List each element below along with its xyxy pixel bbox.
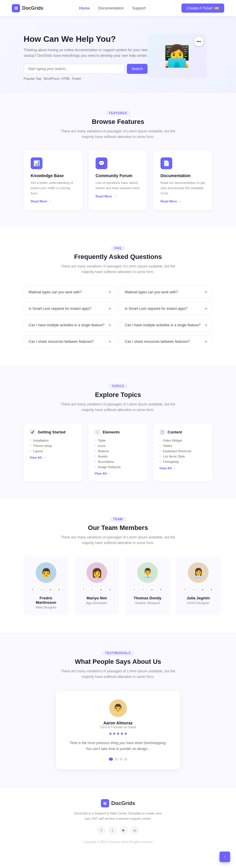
footer-social-twitter[interactable]: t bbox=[108, 826, 116, 834]
team-title: Our Team Members bbox=[24, 524, 212, 532]
doc-icon-co-5: □ bbox=[159, 460, 161, 463]
testimonials-badge: TESTIMONIALS bbox=[102, 651, 134, 656]
topics-badge-container: TOPICS bbox=[24, 383, 212, 388]
view-all-getting-started[interactable]: View All → bbox=[29, 456, 77, 459]
arrow-icon: → bbox=[48, 199, 52, 203]
topics-section: TOPICS Explore Topics There are many var… bbox=[0, 366, 236, 499]
faq-item-7[interactable]: Can I share resources between features? … bbox=[24, 335, 116, 348]
social-twitter-2[interactable]: t bbox=[89, 586, 96, 593]
faq-item-2[interactable]: Material types can you work with? + bbox=[120, 286, 212, 299]
dot-4[interactable] bbox=[124, 758, 127, 761]
faq-title: Frequently Asked Questions bbox=[24, 253, 212, 261]
social-other-3[interactable]: © bbox=[158, 586, 164, 593]
doc-icon-co-2: □ bbox=[159, 444, 161, 447]
nav-documentation[interactable]: Documentation bbox=[98, 6, 124, 10]
testimonial-text: Time is the most precious thing you have… bbox=[68, 740, 168, 752]
footer-social-youtube[interactable]: ▶ bbox=[120, 826, 128, 834]
footer-logo-text: DocGrids bbox=[111, 800, 135, 806]
social-facebook-4[interactable]: f bbox=[182, 586, 188, 593]
doc-icon-2: □ bbox=[29, 444, 31, 447]
tag-html[interactable]: HTML bbox=[61, 77, 70, 80]
faq-expand-icon-4: + bbox=[205, 306, 207, 311]
testimonial-name: Aaron Almuraz bbox=[68, 721, 168, 725]
nav-support[interactable]: Support bbox=[132, 6, 146, 10]
hero-description: Thinking about having an online document… bbox=[24, 48, 148, 59]
member-name-4: Julia Jegmin bbox=[182, 596, 215, 600]
faq-item-1[interactable]: Material types can you work with? + bbox=[24, 286, 116, 299]
hero-section: How Can We Help You? Thinking about havi… bbox=[0, 16, 236, 93]
testimonial-card: 👨 Aaron Almuraz CEO & Founder at David ★… bbox=[56, 690, 180, 770]
member-role-2: App Developer bbox=[80, 601, 113, 604]
social-linkedin-2[interactable]: in bbox=[98, 586, 104, 593]
topic-item-2-2: □ Icons bbox=[95, 444, 141, 447]
avatar-thomas: 👨‍💼 bbox=[137, 562, 158, 583]
faq-item-5[interactable]: Can I have multiple activities in a sing… bbox=[24, 319, 116, 332]
topic-item-3-3: □ Keyboard Shortcuts bbox=[159, 449, 207, 453]
footer-logo: ⊞ DocGrids bbox=[24, 799, 212, 807]
arrow-icon-2: → bbox=[113, 194, 116, 198]
social-facebook-3[interactable]: f bbox=[131, 586, 137, 593]
social-other-1[interactable]: © bbox=[56, 586, 62, 593]
social-other-4[interactable]: © bbox=[208, 586, 215, 593]
social-linkedin-4[interactable]: in bbox=[200, 586, 206, 593]
social-linkedin-1[interactable]: in bbox=[47, 586, 54, 593]
social-twitter-1[interactable]: t bbox=[38, 586, 45, 593]
faq-section: FAQ Frequently Asked Questions There are… bbox=[0, 228, 236, 366]
create-ticket-button[interactable]: Create A Ticket 🎫 bbox=[181, 3, 224, 13]
topic-item-2-5: □ Accordions bbox=[95, 460, 141, 463]
hero-image: 👩‍💻 ••• bbox=[148, 34, 207, 78]
topic-header-2: ⚡ Elements bbox=[95, 429, 141, 435]
dot-1[interactable] bbox=[109, 758, 113, 761]
tag-wordpress[interactable]: WordPress bbox=[44, 77, 59, 80]
faq-expand-icon-7: + bbox=[109, 339, 111, 344]
topic-item-1-1: □ Installation bbox=[29, 439, 77, 442]
search-input[interactable] bbox=[24, 64, 125, 74]
features-section: FEATURES Browse Features There are many … bbox=[0, 93, 236, 228]
faq-item-3[interactable]: Is Smart Lock required for instant apps?… bbox=[24, 302, 116, 315]
doc-icon-1: □ bbox=[29, 439, 31, 442]
feature-documentation-readmore[interactable]: Read More → bbox=[160, 199, 205, 203]
topic-header-1: 🚀 Getting Started bbox=[29, 429, 77, 435]
ticket-icon: 🎫 bbox=[214, 6, 219, 10]
social-facebook-2[interactable]: f bbox=[80, 586, 87, 593]
footer-social-facebook[interactable]: f bbox=[97, 826, 105, 834]
feature-community-readmore[interactable]: Read More → bbox=[96, 194, 140, 198]
member-name-1: Fredric Martinsson bbox=[29, 596, 62, 604]
topic-item-1-2: □ Theme setup bbox=[29, 444, 77, 447]
topic-card-elements: ⚡ Elements □ Table □ Icons □ Buttons □ A… bbox=[88, 424, 148, 481]
team-socials-4: f t in © bbox=[182, 586, 215, 593]
social-twitter-4[interactable]: t bbox=[190, 586, 197, 593]
topic-item-2-3: □ Buttons bbox=[95, 449, 141, 453]
footer: ⊞ DocGrids DocGrids is a Support & Help … bbox=[0, 787, 236, 849]
search-button[interactable]: Search bbox=[127, 64, 148, 74]
social-facebook-1[interactable]: f bbox=[29, 586, 36, 593]
team-badge: TEAM bbox=[110, 517, 126, 522]
team-socials-3: f t in © bbox=[131, 586, 164, 593]
faq-item-6[interactable]: Can I have multiple activities in a sing… bbox=[120, 319, 212, 332]
topic-item-3-5: □ Changelog bbox=[159, 460, 207, 463]
dot-2[interactable] bbox=[115, 758, 118, 761]
feature-documentation-title: Documentation bbox=[160, 173, 205, 178]
view-all-content[interactable]: View All → bbox=[159, 466, 207, 470]
nav-home[interactable]: Home bbox=[79, 6, 90, 10]
member-role-4: UX/UI Designer bbox=[182, 601, 215, 604]
tag-footer[interactable]: Footer bbox=[72, 77, 81, 80]
member-name-3: Thomas Dondy bbox=[131, 596, 164, 600]
feature-knowledge-readmore[interactable]: Read More → bbox=[31, 199, 76, 203]
faq-badge-container: FAQ bbox=[24, 245, 212, 250]
faq-item-8[interactable]: Can I share resources between features? … bbox=[120, 335, 212, 348]
team-grid: 👨 f t in © Fredric Martinsson Web Design… bbox=[24, 556, 212, 615]
avatar-julia: 👩‍💼 bbox=[188, 562, 209, 583]
faq-item-4[interactable]: Is Smart Lock required for instant apps?… bbox=[120, 302, 212, 315]
social-other-2[interactable]: © bbox=[107, 586, 113, 593]
hero-illustration: 👩‍💻 ••• bbox=[148, 34, 212, 81]
getting-started-icon: 🚀 bbox=[29, 429, 35, 435]
social-twitter-3[interactable]: t bbox=[140, 586, 146, 593]
features-badge: FEATURES bbox=[105, 111, 130, 116]
view-all-elements[interactable]: View All → bbox=[95, 472, 141, 475]
footer-social-linkedin[interactable]: in bbox=[131, 826, 139, 834]
social-linkedin-3[interactable]: in bbox=[149, 586, 155, 593]
faq-expand-icon-8: + bbox=[205, 339, 207, 344]
popular-tags: Popular Tag: WordPress HTML Footer bbox=[24, 77, 148, 80]
dot-3[interactable] bbox=[120, 758, 123, 761]
